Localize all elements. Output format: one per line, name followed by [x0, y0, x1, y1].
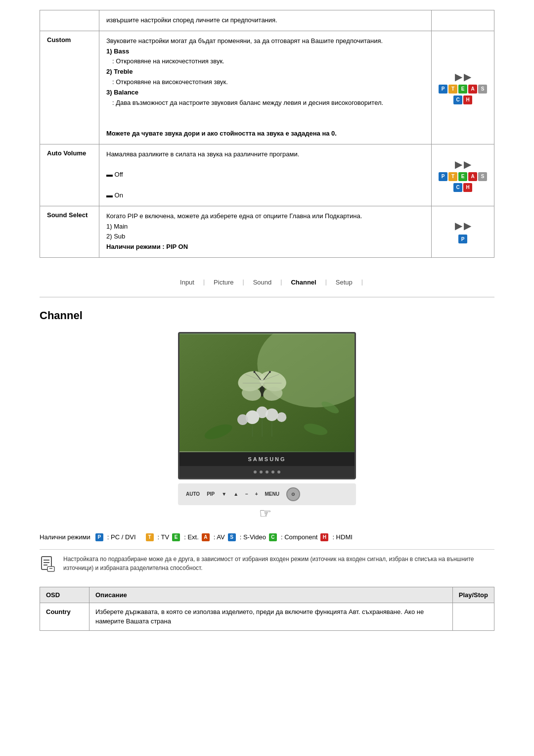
- tv-controls-bar: [179, 466, 355, 478]
- brand-text: SAMSUNG: [248, 456, 286, 462]
- intro-row: извършите настройки според личните си пр…: [40, 10, 494, 31]
- remote-menu[interactable]: MENU: [265, 491, 279, 497]
- sound-select-main: 1) Main: [106, 223, 128, 230]
- channel-table-country-row: Country Изберете държавата, в която се и…: [40, 603, 494, 630]
- nav-sep-5: |: [361, 279, 363, 285]
- sound-select-icon-cell: ▶ ▶ P: [432, 206, 494, 257]
- treble-label: 2) Treble: [106, 68, 133, 75]
- intro-desc-cell: извършите настройки според личните си пр…: [99, 10, 432, 31]
- badge-t: T: [448, 85, 457, 94]
- badge-row-ch2: C H: [453, 183, 472, 192]
- remote-minus[interactable]: –: [245, 491, 248, 497]
- badge-row-pteas2: P T E A S: [439, 172, 487, 181]
- sound-select-text: Когато PIP е включена, можете да изберет…: [106, 212, 362, 220]
- sound-select-icon-group: ▶ ▶ P: [439, 220, 487, 243]
- tv-screen: [179, 333, 355, 452]
- balance-desc: : Дава възможност да настроите звуковия …: [106, 98, 424, 108]
- sound-settings-table: извършите настройки според личните си пр…: [40, 10, 494, 258]
- auto-volume-on: ▬ On: [106, 191, 123, 199]
- play-icon-3: ▶: [455, 158, 462, 170]
- divider: [40, 297, 494, 297]
- tv-container: SAMSUNG AUTO PIP ▼ ▲ – + MENU ⊙ ☞: [40, 332, 494, 521]
- badge-a: A: [468, 85, 477, 94]
- mode-badge-t: T: [146, 533, 154, 541]
- remote-up[interactable]: ▲: [233, 491, 238, 497]
- mode-text-a: : AV: [214, 533, 225, 541]
- auto-volume-off: ▬ Off: [106, 171, 123, 178]
- sound-select-sub: 2) Sub: [106, 233, 125, 240]
- remote-controls: AUTO PIP ▼ ▲ – + MENU ⊙: [178, 483, 356, 505]
- intro-icon-cell: [432, 10, 494, 31]
- custom-row: Custom Звуковите настройки могат да бъда…: [40, 31, 494, 144]
- remote-pip[interactable]: PIP: [207, 491, 215, 497]
- bass-label: 1) Bass: [106, 47, 129, 55]
- svg-rect-29: [44, 565, 47, 566]
- badge-c: C: [453, 95, 462, 104]
- badge-h2: H: [463, 183, 472, 192]
- svg-point-22: [269, 371, 271, 373]
- tv-screen-wrapper: SAMSUNG: [178, 332, 356, 479]
- note-icon: [40, 556, 57, 577]
- sound-select-desc: Когато PIP е включена, можете да изберет…: [99, 206, 432, 257]
- auto-volume-icon-cell: ▶ ▶ P T E A S C H: [432, 144, 494, 206]
- badge-e: E: [458, 85, 467, 94]
- channel-title: Channel: [40, 309, 494, 322]
- mode-text-t: : TV: [158, 533, 170, 541]
- nav-setup[interactable]: Setup: [327, 279, 361, 286]
- note-svg-icon: [40, 556, 57, 573]
- mode-text-h: : HDMI: [332, 533, 352, 541]
- ctrl-dot-5: [277, 471, 280, 473]
- balance-label: 3) Balance: [106, 89, 138, 96]
- auto-volume-desc: Намалява разликите в силата на звука на …: [99, 144, 432, 206]
- play-icon-1: ▶: [455, 71, 462, 83]
- ctrl-dot-3: [266, 471, 268, 473]
- play-icon-4: ▶: [464, 158, 471, 170]
- badge-t2: T: [448, 172, 457, 181]
- sound-select-label: Sound Select: [40, 206, 99, 257]
- remote-plus[interactable]: +: [255, 491, 258, 497]
- auto-volume-icon-group: ▶ ▶ P T E A S C H: [439, 158, 487, 192]
- badge-p3: P: [458, 235, 467, 243]
- butterfly-scene: [179, 333, 355, 452]
- nav-bar: Input | Picture | Sound | Channel | Setu…: [40, 273, 494, 292]
- nav-picture[interactable]: Picture: [205, 279, 242, 286]
- ctrl-dot-2: [260, 471, 263, 473]
- nav-input[interactable]: Input: [171, 279, 203, 286]
- play-icon-2: ▶: [464, 71, 471, 83]
- remote-auto[interactable]: AUTO: [186, 491, 200, 497]
- mode-badge-c: C: [269, 533, 277, 541]
- intro-label-cell: [40, 10, 99, 31]
- svg-rect-30: [47, 567, 54, 571]
- hand-pointer-icon: ☞: [259, 506, 271, 521]
- nav-channel[interactable]: Channel: [282, 279, 325, 286]
- badge-s: S: [478, 85, 487, 94]
- play-icon-5: ▶: [455, 220, 462, 232]
- bass-desc: : Откроявяне на нискочестотния звук.: [106, 56, 424, 67]
- badge-p: P: [439, 85, 447, 94]
- nav-sound[interactable]: Sound: [244, 279, 281, 286]
- note-text: Настройката по подразбиране може да е др…: [63, 555, 494, 572]
- treble-desc: : Откроявяне на високочестотния звук.: [106, 77, 424, 88]
- mode-text-c: : Component: [281, 533, 317, 541]
- custom-text: Звуковите настройки могат да бъдат проме…: [106, 37, 383, 45]
- mode-badge-p: P: [95, 533, 103, 541]
- hand-area: ☞: [178, 505, 356, 521]
- play-icon-6: ▶: [464, 220, 471, 232]
- header-playstop: Play/Stop: [452, 587, 494, 603]
- svg-point-20: [253, 371, 255, 373]
- ctrl-dot-1: [254, 471, 257, 473]
- sound-select-modes: Налични режими : PIP ON: [106, 243, 188, 250]
- mode-badge-h: H: [320, 533, 328, 541]
- custom-note: Можете да чувате звука дори и ако стойно…: [106, 130, 337, 137]
- note-box: Настройката по подразбиране може да е др…: [40, 549, 494, 577]
- mode-text-s: : S-Video: [240, 533, 266, 541]
- mode-badge-e: E: [172, 533, 180, 541]
- header-description: Описание: [89, 587, 453, 603]
- channel-table: OSD Описание Play/Stop Country Изберете …: [40, 587, 494, 631]
- source-icon: ⊙: [291, 492, 295, 497]
- remote-source-button[interactable]: ⊙: [286, 487, 300, 501]
- country-playstop: [452, 603, 494, 630]
- country-osd: Country: [40, 603, 89, 630]
- remote-down[interactable]: ▼: [222, 491, 226, 497]
- mode-badge-a: A: [202, 533, 210, 541]
